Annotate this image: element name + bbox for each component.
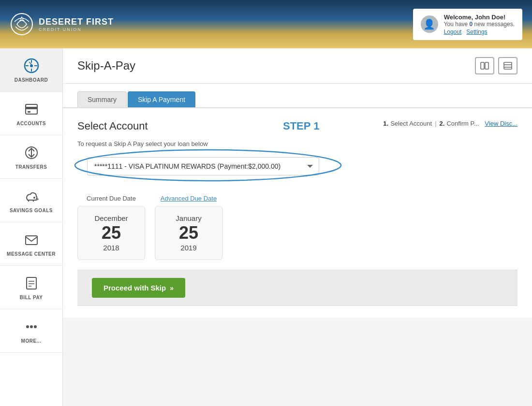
instruction-text: To request a Skip A Pay select your loan… <box>77 140 517 147</box>
content-area: Skip-A-Pay <box>63 48 532 406</box>
view-book-icon-btn[interactable] <box>475 57 494 74</box>
tabs-area: Summary Skip A Payment <box>63 84 532 108</box>
sidebar-item-accounts[interactable]: ACCOUNTS <box>0 92 62 135</box>
sidebar-item-dashboard[interactable]: DASHBOARD <box>0 48 62 92</box>
transfers-icon <box>23 144 40 161</box>
sidebar-item-more[interactable]: MORE... <box>0 309 62 353</box>
user-avatar: 👤 <box>421 15 438 33</box>
tab-summary-label: Summary <box>88 96 117 103</box>
svg-point-13 <box>33 197 35 199</box>
dashboard-icon <box>23 57 40 74</box>
logo-name: DESERET FIRST <box>39 17 114 27</box>
user-links: Logout Settings <box>444 29 515 35</box>
sidebar-item-transfers[interactable]: TRANSFERS <box>0 135 62 179</box>
sidebar-item-message-center[interactable]: MESSAGE CENTER <box>0 222 62 266</box>
advanced-year: 2019 <box>180 244 196 252</box>
select-account-section: Select Account STEP 1 1. Select Account … <box>77 120 517 260</box>
sidebar-item-label-dashboard: DASHBOARD <box>15 77 48 83</box>
page-header: Skip-A-Pay <box>63 48 532 84</box>
settings-link[interactable]: Settings <box>466 29 487 35</box>
section-header: Select Account STEP 1 1. Select Account … <box>77 120 517 132</box>
view-list-icon-btn[interactable] <box>498 57 517 74</box>
svg-rect-10 <box>28 111 30 113</box>
proceed-chevron-icon: » <box>170 284 174 292</box>
steps-nav: 1. Select Account | 2. Confirm P... View… <box>383 120 517 127</box>
current-due-date-label: Current Due Date <box>87 195 136 202</box>
step1-num: 1. <box>383 120 388 127</box>
svg-rect-26 <box>504 62 512 69</box>
main-layout: DASHBOARD ACCOUNTS TRANSF <box>0 48 532 406</box>
user-info: Welcome, John Doe! You have 0 new messag… <box>444 14 515 35</box>
step-dot: | <box>435 120 436 127</box>
messages-text: You have 0 new messages. <box>444 21 515 28</box>
step2-nav-label: Confirm P... <box>446 120 479 127</box>
more-icon <box>23 318 40 335</box>
svg-point-22 <box>30 325 33 328</box>
dates-section: Current Due Date December 25 2018 Advanc… <box>77 195 517 260</box>
sidebar-item-label-accounts: ACCOUNTS <box>16 121 46 126</box>
step2-num: 2. <box>440 120 445 127</box>
logo-area: DESERET FIRST CREDIT UNION <box>10 12 114 36</box>
current-month: December <box>94 214 128 222</box>
message-icon <box>23 231 40 248</box>
current-year: 2018 <box>103 244 119 252</box>
advanced-date-group: Advanced Due Date January 25 2019 <box>155 195 222 260</box>
svg-rect-17 <box>27 277 36 289</box>
logo-text: DESERET FIRST CREDIT UNION <box>39 17 114 32</box>
sidebar-item-savings-goals[interactable]: SAVINGS GOALS <box>0 179 62 222</box>
step1-label: STEP 1 <box>283 120 319 132</box>
svg-rect-25 <box>485 62 488 69</box>
current-day: 25 <box>102 224 121 242</box>
welcome-text: Welcome, John Doe! <box>444 14 515 21</box>
sidebar-item-label-more: MORE... <box>21 338 42 344</box>
sidebar-item-label-transfers: TRANSFERS <box>15 164 47 170</box>
header: DESERET FIRST CREDIT UNION 👤 Welcome, Jo… <box>0 0 532 48</box>
billpay-icon <box>23 275 40 292</box>
advanced-date-card: January 25 2019 <box>155 206 222 260</box>
current-date-group: Current Due Date December 25 2018 <box>77 195 145 260</box>
svg-point-23 <box>34 325 37 328</box>
svg-rect-9 <box>26 107 37 109</box>
main-content: Select Account STEP 1 1. Select Account … <box>63 108 532 318</box>
section-title: Select Account <box>77 120 148 132</box>
svg-point-21 <box>26 325 29 328</box>
svg-rect-16 <box>26 236 37 245</box>
user-panel: 👤 Welcome, John Doe! You have 0 new mess… <box>413 9 522 40</box>
dropdown-container: *****1111 - VISA PLATINUM REWARDS (Payme… <box>87 157 319 175</box>
footer-bar: Proceed with Skip » <box>77 270 517 306</box>
advanced-month: January <box>176 214 201 222</box>
accounts-icon <box>23 101 40 118</box>
sidebar-item-label-savings: SAVINGS GOALS <box>10 208 53 213</box>
tab-skip-payment[interactable]: Skip A Payment <box>128 91 195 107</box>
savings-icon <box>23 188 40 205</box>
tab-skip-payment-label: Skip A Payment <box>138 96 185 103</box>
tab-summary[interactable]: Summary <box>77 91 127 107</box>
current-date-card: December 25 2018 <box>77 206 145 260</box>
logout-link[interactable]: Logout <box>444 29 462 35</box>
sidebar: DASHBOARD ACCOUNTS TRANSF <box>0 48 63 406</box>
view-disc-link[interactable]: View Disc... <box>485 120 517 127</box>
header-icons <box>475 57 517 74</box>
sidebar-item-label-messages: MESSAGE CENTER <box>7 251 56 257</box>
logo-sub: CREDIT UNION <box>39 27 114 32</box>
advanced-day: 25 <box>179 224 198 242</box>
proceed-button[interactable]: Proceed with Skip » <box>92 278 185 298</box>
proceed-button-label: Proceed with Skip <box>103 284 166 292</box>
svg-rect-24 <box>481 62 484 69</box>
svg-point-2 <box>30 64 33 67</box>
page-title: Skip-A-Pay <box>77 59 135 72</box>
sidebar-item-label-billpay: BILL PAY <box>20 295 43 300</box>
loan-select[interactable]: *****1111 - VISA PLATINUM REWARDS (Payme… <box>87 157 319 175</box>
advanced-due-date-label: Advanced Due Date <box>161 195 217 202</box>
step1-nav-label: Select Account <box>390 120 432 127</box>
sidebar-item-bill-pay[interactable]: BILL PAY <box>0 266 62 309</box>
message-count: 0 <box>470 21 473 28</box>
logo-icon <box>10 12 34 36</box>
